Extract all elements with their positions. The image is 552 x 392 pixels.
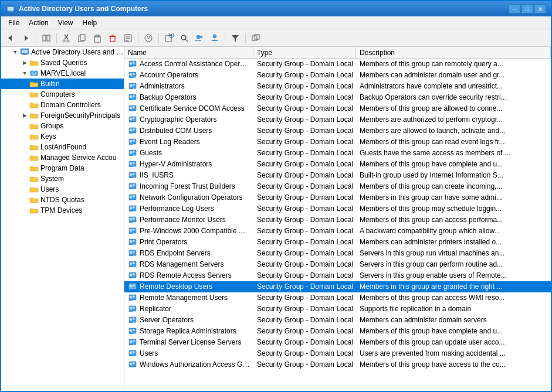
- main-area: ▼ Active Directory Users and Com ▶ Saved…: [1, 47, 551, 391]
- col-header-type[interactable]: Type: [253, 47, 356, 58]
- svg-point-31: [197, 35, 200, 39]
- new-group-button[interactable]: [192, 32, 206, 45]
- paste-button[interactable]: [90, 32, 104, 45]
- svg-point-73: [130, 162, 133, 165]
- list-row[interactable]: Server Operators Security Group - Domain…: [124, 315, 551, 326]
- folder-icon: [29, 153, 39, 162]
- list-row[interactable]: Replicator Security Group - Domain Local…: [124, 304, 551, 315]
- cell-description: Users are prevented from making accident…: [356, 349, 551, 358]
- svg-point-58: [130, 106, 133, 109]
- tree-item-keys[interactable]: Keys: [1, 131, 124, 142]
- tree-item-tpm[interactable]: TPM Devices: [1, 205, 124, 216]
- list-row[interactable]: Print Operators Security Group - Domain …: [124, 237, 551, 248]
- list-row[interactable]: Account Operators Security Group - Domai…: [124, 70, 551, 81]
- tree-item-system[interactable]: System: [1, 173, 124, 184]
- new-object-button[interactable]: [162, 32, 176, 45]
- tree-item-root[interactable]: ▼ Active Directory Users and Com: [1, 47, 124, 57]
- tree-item-ntds[interactable]: NTDS Quotas: [1, 195, 124, 205]
- new-user-button[interactable]: [208, 32, 222, 45]
- tree-item-users[interactable]: Users: [1, 184, 124, 195]
- menu-file[interactable]: File: [4, 18, 24, 28]
- list-row[interactable]: Event Log Readers Security Group - Domai…: [124, 137, 551, 148]
- list-row[interactable]: Administrators Security Group - Domain L…: [124, 81, 551, 92]
- list-row[interactable]: Performance Monitor Users Security Group…: [124, 214, 551, 226]
- tree-item-dc[interactable]: Domain Controllers: [1, 100, 124, 110]
- tree-item-saved-queries[interactable]: ▶ Saved Queries: [1, 57, 124, 68]
- folder-icon: [29, 195, 39, 204]
- svg-marker-34: [232, 35, 239, 42]
- list-row[interactable]: Incoming Forest Trust Builders Security …: [124, 181, 551, 192]
- properties-button[interactable]: [121, 32, 135, 45]
- menu-view[interactable]: View: [53, 18, 78, 28]
- list-row[interactable]: Storage Replica Administrators Security …: [124, 326, 551, 337]
- list-row[interactable]: Certificate Service DCOM Access Security…: [124, 103, 551, 114]
- name-text: Administrators: [140, 82, 185, 90]
- list-row[interactable]: IIS_IUSRS Security Group - Domain Local …: [124, 170, 551, 181]
- menu-action[interactable]: Action: [24, 18, 53, 28]
- help-button[interactable]: ?: [141, 32, 155, 45]
- find-button[interactable]: [177, 32, 191, 45]
- tree-users-label: Users: [40, 185, 59, 193]
- list-row[interactable]: Network Configuration Operators Security…: [124, 192, 551, 203]
- cut-button[interactable]: [60, 32, 74, 45]
- list-row[interactable]: Remote Management Users Security Group -…: [124, 292, 551, 304]
- list-row[interactable]: Users Security Group - Domain Local User…: [124, 348, 551, 359]
- maximize-button[interactable]: □: [521, 4, 533, 13]
- tree-msa-label: Managed Service Accou: [40, 154, 116, 162]
- list-row[interactable]: Performance Log Users Security Group - D…: [124, 203, 551, 214]
- cell-name: Network Configuration Operators: [124, 192, 253, 204]
- tree-item-computers[interactable]: Computers: [1, 89, 124, 100]
- list-row[interactable]: RDS Endpoint Servers Security Group - Do…: [124, 248, 551, 259]
- tree-item-foreign[interactable]: ▶ ForeignSecurityPrincipals: [1, 110, 124, 121]
- refresh-button[interactable]: [249, 32, 263, 45]
- list-row[interactable]: Hyper-V Administrators Security Group - …: [124, 159, 551, 170]
- delete-button[interactable]: [106, 32, 120, 45]
- tree-item-lostandfound[interactable]: LostAndFound: [1, 142, 124, 152]
- close-button[interactable]: ✕: [534, 4, 546, 13]
- list-row[interactable]: Windows Authorization Access Gro... Secu…: [124, 359, 551, 370]
- cell-name: Guests: [124, 147, 253, 159]
- tree-computers-label: Computers: [40, 90, 75, 98]
- show-tree-button[interactable]: [39, 32, 53, 45]
- cell-type: Security Group - Domain Local: [253, 215, 356, 224]
- list-body: Access Control Assistance Operators Secu…: [124, 59, 551, 391]
- svg-point-79: [130, 184, 133, 187]
- svg-marker-5: [25, 35, 28, 41]
- tree-item-marvel[interactable]: ▼ MARVEL.local: [1, 68, 124, 79]
- menu-help[interactable]: Help: [78, 18, 102, 28]
- list-row[interactable]: Pre-Windows 2000 Compatible Acc... Secur…: [124, 226, 551, 237]
- list-row[interactable]: RDS Management Servers Security Group - …: [124, 259, 551, 270]
- svg-point-49: [130, 73, 133, 76]
- col-header-description[interactable]: Description: [356, 47, 551, 58]
- name-text: Network Configuration Operators: [140, 193, 242, 202]
- col-header-name[interactable]: Name: [124, 47, 253, 58]
- svg-rect-16: [110, 36, 115, 42]
- svg-point-70: [130, 151, 133, 154]
- copy-button[interactable]: [75, 32, 89, 45]
- name-text: Storage Replica Administrators: [140, 327, 236, 335]
- list-row[interactable]: Backup Operators Security Group - Domain…: [124, 92, 551, 103]
- tree-item-msa[interactable]: Managed Service Accou: [1, 152, 124, 163]
- svg-point-59: [133, 106, 135, 108]
- tree-item-groups[interactable]: Groups: [1, 121, 124, 131]
- list-row[interactable]: Terminal Server License Servers Security…: [124, 337, 551, 348]
- forward-button[interactable]: [19, 32, 33, 45]
- back-button[interactable]: [4, 32, 18, 45]
- svg-point-98: [133, 251, 135, 253]
- cell-type: Security Group - Domain Local: [253, 226, 356, 236]
- list-row[interactable]: Access Control Assistance Operators Secu…: [124, 59, 551, 70]
- filter-button[interactable]: [228, 32, 242, 45]
- tree-item-programdata[interactable]: Program Data: [1, 163, 124, 173]
- list-row[interactable]: RDS Remote Access Servers Security Group…: [124, 270, 551, 281]
- group-icon: [128, 226, 137, 237]
- list-row[interactable]: Distributed COM Users Security Group - D…: [124, 125, 551, 137]
- minimize-button[interactable]: ─: [509, 4, 520, 13]
- tree-item-builtin[interactable]: Builtin: [1, 79, 124, 89]
- cell-type: Security Group - Domain Local: [253, 148, 356, 158]
- cell-description: Members are allowed to launch, activate …: [356, 126, 551, 135]
- sep6: [245, 33, 246, 43]
- list-row[interactable]: Guests Security Group - Domain Local Gue…: [124, 148, 551, 159]
- list-row[interactable]: Remote Desktop Users Security Group - Do…: [124, 281, 551, 292]
- list-row[interactable]: Cryptographic Operators Security Group -…: [124, 114, 551, 125]
- svg-point-92: [133, 229, 135, 231]
